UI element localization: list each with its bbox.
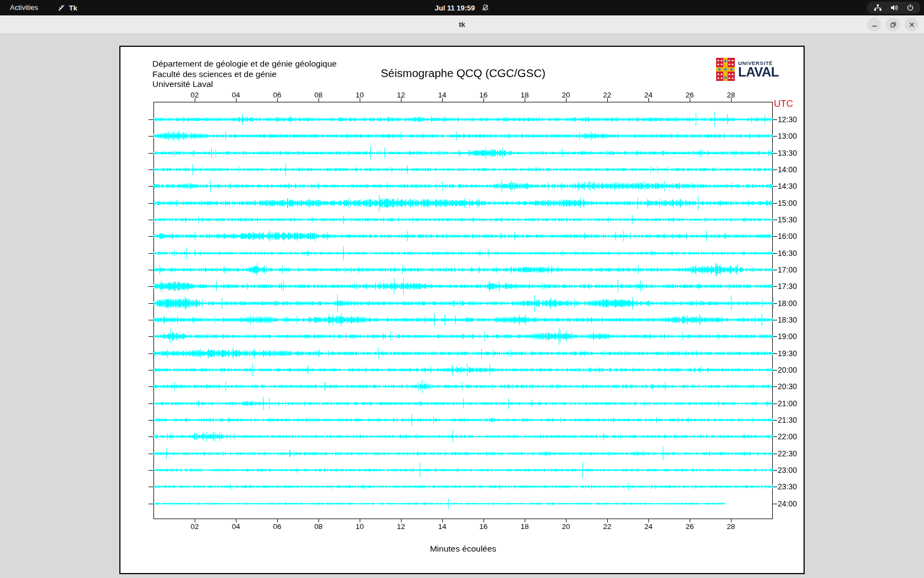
utc-time-label: 15:30 bbox=[778, 215, 811, 224]
activities-button[interactable]: Activities bbox=[0, 0, 48, 15]
gnome-top-bar: Activities Tk Jul 11 19:59 bbox=[0, 0, 924, 15]
x-tick-label: 28 bbox=[722, 522, 740, 531]
x-tick-label: 24 bbox=[639, 91, 658, 99]
utc-time-label: 19:00 bbox=[778, 332, 811, 341]
clock-menu[interactable]: Jul 11 19:59 bbox=[435, 0, 490, 15]
x-tick-label: 06 bbox=[268, 522, 287, 531]
x-tick-label: 10 bbox=[350, 522, 369, 531]
clock-text: Jul 11 19:59 bbox=[435, 4, 475, 12]
x-tick-label: 18 bbox=[515, 91, 534, 99]
utc-time-label: 23:30 bbox=[778, 482, 811, 491]
utc-time-label: 15:00 bbox=[778, 199, 811, 208]
network-icon bbox=[873, 4, 882, 12]
seismogram-traces bbox=[120, 47, 804, 573]
focused-app-indicator[interactable]: Tk bbox=[58, 4, 77, 12]
logo-laval-text: LAVAL bbox=[738, 66, 779, 78]
x-tick-label: 04 bbox=[227, 91, 245, 99]
utc-time-label: 16:30 bbox=[778, 249, 811, 258]
utc-time-label: 24:00 bbox=[778, 499, 811, 508]
power-icon bbox=[906, 4, 914, 12]
utc-time-label: 19:30 bbox=[778, 349, 811, 358]
x-tick-label: 06 bbox=[268, 91, 287, 99]
utc-time-label: 12:30 bbox=[778, 115, 811, 124]
utc-time-label: 23:00 bbox=[778, 466, 811, 475]
window-titlebar[interactable]: tk bbox=[0, 15, 924, 34]
x-tick-label: 10 bbox=[350, 91, 369, 99]
x-tick-label: 02 bbox=[185, 522, 204, 531]
x-tick-label: 14 bbox=[433, 522, 452, 531]
x-tick-label: 08 bbox=[309, 91, 328, 99]
x-tick-label: 16 bbox=[474, 91, 493, 99]
x-tick-label: 20 bbox=[557, 91, 575, 99]
x-tick-label: 02 bbox=[185, 91, 204, 99]
close-button[interactable] bbox=[905, 18, 919, 31]
x-tick-label: 12 bbox=[392, 522, 410, 531]
x-tick-label: 04 bbox=[227, 522, 245, 531]
x-tick-label: 16 bbox=[474, 522, 493, 531]
x-tick-label: 26 bbox=[680, 91, 699, 99]
utc-time-label: 22:00 bbox=[778, 432, 811, 441]
x-tick-label: 28 bbox=[722, 91, 740, 99]
utc-time-label: 17:00 bbox=[778, 265, 811, 274]
x-axis-title: Minutes écoulées bbox=[381, 544, 546, 554]
utc-time-label: 14:30 bbox=[778, 182, 811, 190]
tk-app-icon bbox=[58, 4, 65, 12]
universite-laval-logo: UNIVERSITÉ LAVAL bbox=[716, 58, 779, 83]
notifications-muted-icon bbox=[482, 4, 490, 12]
x-tick-label: 24 bbox=[639, 522, 658, 531]
seismograph-canvas: Département de géologie et de génie géol… bbox=[119, 46, 805, 574]
x-tick-label: 22 bbox=[598, 91, 617, 99]
x-tick-label: 18 bbox=[515, 522, 534, 531]
utc-time-label: 18:30 bbox=[778, 315, 811, 324]
utc-time-label: 17:30 bbox=[778, 282, 811, 291]
x-tick-label: 22 bbox=[598, 522, 617, 531]
system-status-menu[interactable] bbox=[867, 2, 921, 14]
utc-time-label: 13:00 bbox=[778, 132, 811, 140]
focused-app-name: Tk bbox=[69, 4, 77, 12]
utc-label: UTC bbox=[774, 99, 793, 110]
utc-time-label: 20:00 bbox=[778, 366, 811, 374]
utc-time-label: 16:00 bbox=[778, 232, 811, 241]
maximize-button[interactable] bbox=[886, 18, 900, 31]
utc-time-label: 21:30 bbox=[778, 416, 811, 424]
x-tick-label: 12 bbox=[392, 91, 410, 99]
laval-crest-icon bbox=[716, 58, 735, 83]
utc-time-label: 21:00 bbox=[778, 399, 811, 408]
x-tick-label: 20 bbox=[557, 522, 575, 531]
utc-time-label: 14:00 bbox=[778, 165, 811, 174]
institution-header: Département de géologie et de génie géol… bbox=[152, 59, 337, 90]
plot-title: Séismographe QCQ (CGC/GSC) bbox=[312, 67, 614, 80]
volume-icon bbox=[890, 4, 899, 12]
utc-time-label: 22:30 bbox=[778, 449, 811, 458]
tk-window-content: Département de géologie et de génie géol… bbox=[0, 35, 924, 578]
x-tick-label: 26 bbox=[680, 522, 699, 531]
window-title: tk bbox=[459, 15, 465, 34]
x-tick-label: 14 bbox=[433, 91, 452, 99]
utc-time-label: 18:00 bbox=[778, 299, 811, 308]
minimize-button[interactable] bbox=[867, 18, 881, 31]
utc-time-label: 13:30 bbox=[778, 149, 811, 157]
utc-time-label: 20:30 bbox=[778, 382, 811, 391]
x-tick-label: 08 bbox=[309, 522, 328, 531]
